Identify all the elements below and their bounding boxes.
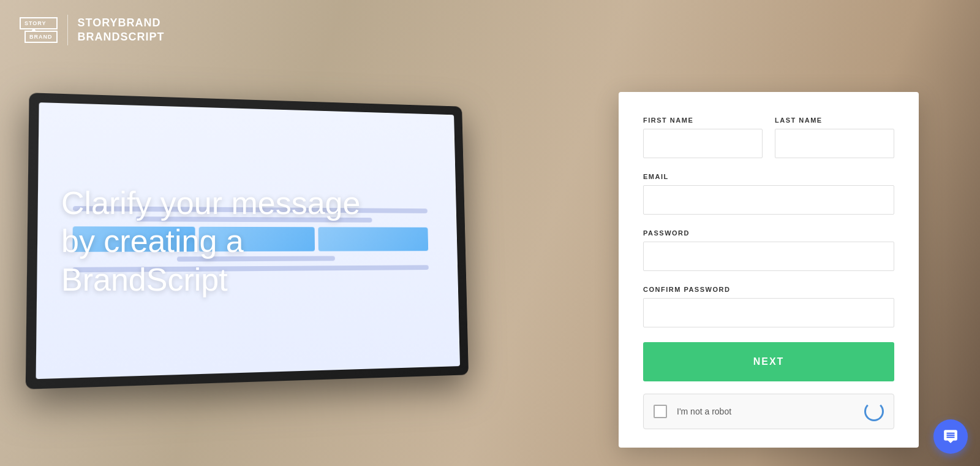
brand-title-line2: BRANDSCRIPT xyxy=(78,30,165,44)
confirm-password-label: CONFIRM PASSWORD xyxy=(643,286,894,293)
brand-title: STORYBRAND BRANDSCRIPT xyxy=(78,16,165,45)
email-label: EMAIL xyxy=(643,173,894,180)
first-name-input[interactable] xyxy=(643,129,763,158)
registration-form: FIRST NAME LAST NAME EMAIL PASSWORD CONF… xyxy=(619,92,919,448)
password-group: PASSWORD xyxy=(643,229,894,271)
next-button[interactable]: NEXT xyxy=(643,342,894,381)
recaptcha[interactable]: I'm not a robot xyxy=(643,394,894,429)
first-name-group: FIRST NAME xyxy=(643,116,763,158)
hero-line1: Clarify your message xyxy=(61,184,360,222)
last-name-input[interactable] xyxy=(775,129,894,158)
email-group: EMAIL xyxy=(643,173,894,215)
hero-line3: BrandScript xyxy=(61,261,360,299)
logo-divider xyxy=(67,15,68,45)
recaptcha-spinner-icon xyxy=(864,402,884,421)
name-row: FIRST NAME LAST NAME xyxy=(643,116,894,158)
password-input[interactable] xyxy=(643,242,894,271)
header: STORY BRAND STORYBRAND BRANDSCRIPT xyxy=(20,15,165,45)
logo: STORY BRAND xyxy=(20,17,58,43)
recaptcha-checkbox[interactable] xyxy=(654,405,667,418)
chat-icon xyxy=(943,429,959,445)
first-name-label: FIRST NAME xyxy=(643,116,763,124)
chat-button[interactable] xyxy=(933,419,968,454)
email-input[interactable] xyxy=(643,185,894,215)
logo-bottom-bubble: BRAND xyxy=(24,31,58,43)
confirm-password-group: CONFIRM PASSWORD xyxy=(643,286,894,327)
last-name-label: LAST NAME xyxy=(775,116,894,124)
brand-title-line1: STORYBRAND xyxy=(78,16,165,30)
last-name-group: LAST NAME xyxy=(775,116,894,158)
hero-text: Clarify your message by creating a Brand… xyxy=(61,184,360,299)
confirm-password-input[interactable] xyxy=(643,298,894,327)
hero-line2: by creating a xyxy=(61,222,360,260)
recaptcha-text: I'm not a robot xyxy=(677,407,854,416)
password-label: PASSWORD xyxy=(643,229,894,237)
logo-top-bubble: STORY xyxy=(20,17,58,29)
recaptcha-logo xyxy=(864,402,884,421)
